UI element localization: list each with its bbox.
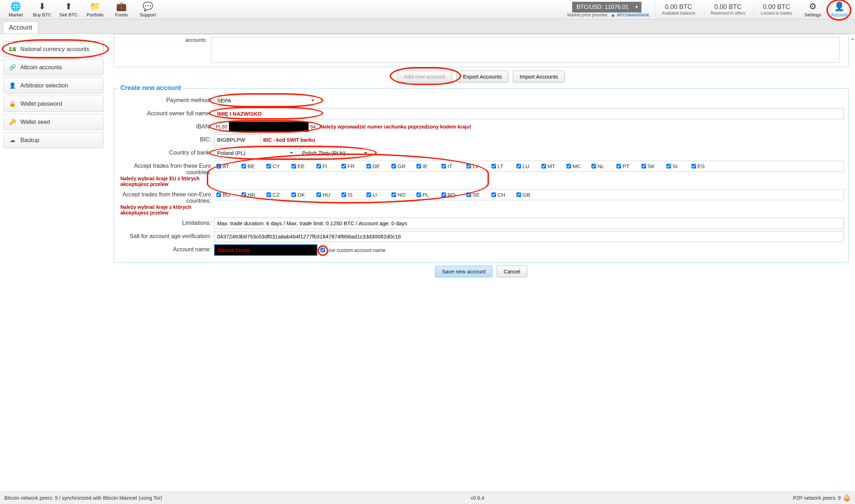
- country-checkbox-bg[interactable]: [216, 192, 221, 197]
- country-checkbox-gb[interactable]: [516, 192, 521, 197]
- country-cy[interactable]: CY: [266, 163, 289, 169]
- country-lv[interactable]: LV: [466, 163, 489, 169]
- country-checkbox-mt[interactable]: [541, 164, 546, 168]
- country-checkbox-ie[interactable]: [416, 164, 421, 168]
- sidebar-item-national-currency[interactable]: 💵 National currency accounts: [4, 41, 104, 57]
- country-lu[interactable]: LU: [516, 163, 539, 169]
- country-checkbox-mc[interactable]: [566, 164, 571, 168]
- add-new-account-button[interactable]: Add new account: [398, 71, 452, 82]
- country-code: LU: [522, 163, 529, 169]
- country-select[interactable]: Poland (PL): [214, 147, 296, 158]
- country-hu[interactable]: HU: [316, 192, 339, 198]
- country-si[interactable]: SI: [666, 163, 689, 169]
- country-is[interactable]: IS: [341, 192, 364, 198]
- country-checkbox-sk[interactable]: [641, 164, 646, 168]
- buy-btc-button[interactable]: ⬇ Buy BTC: [30, 1, 54, 17]
- country-checkbox-ro[interactable]: [441, 192, 446, 197]
- account-button[interactable]: 👤 Account: [827, 1, 851, 17]
- payment-method-select[interactable]: SEPA: [214, 95, 318, 106]
- sidebar-item-wallet-password[interactable]: 🔒 Wallet password: [4, 96, 104, 112]
- support-button[interactable]: 💬 Support: [136, 1, 160, 17]
- country-checkbox-lu[interactable]: [516, 164, 521, 168]
- sidebar-item-altcoin[interactable]: 🔗 Altcoin accounts: [4, 59, 104, 75]
- currency-select[interactable]: Polish Zloty (PLN): [299, 147, 370, 158]
- country-checkbox-pt[interactable]: [616, 164, 621, 168]
- country-checkbox-es[interactable]: [691, 164, 696, 168]
- sell-btc-button[interactable]: ⬆ Sell BTC: [56, 1, 81, 17]
- country-checkbox-cz[interactable]: [266, 192, 271, 197]
- country-pl[interactable]: PL: [416, 192, 439, 198]
- country-checkbox-se[interactable]: [466, 192, 471, 197]
- country-fi[interactable]: FI: [316, 163, 339, 169]
- country-gr[interactable]: GR: [391, 163, 414, 169]
- country-checkbox-si[interactable]: [666, 164, 671, 168]
- country-checkbox-hu[interactable]: [316, 192, 321, 197]
- country-li[interactable]: LI: [366, 192, 389, 198]
- country-checkbox-lv[interactable]: [466, 164, 471, 168]
- country-checkbox-de[interactable]: [366, 164, 371, 168]
- accounts-list[interactable]: [211, 37, 840, 63]
- country-checkbox-hr[interactable]: [241, 192, 246, 197]
- country-pt[interactable]: PT: [616, 163, 639, 169]
- country-checkbox-is[interactable]: [341, 192, 346, 197]
- save-new-account-button[interactable]: Save new account: [435, 266, 492, 277]
- country-ie[interactable]: IE: [416, 163, 439, 169]
- country-no[interactable]: NO: [391, 192, 414, 198]
- country-checkbox-pl[interactable]: [416, 192, 421, 197]
- funds-button[interactable]: 💼 Funds: [109, 1, 134, 17]
- market-price-dropdown[interactable]: BTC/USD: 11076.01: [572, 2, 641, 12]
- country-ch[interactable]: CH: [491, 192, 514, 198]
- country-checkbox-ee[interactable]: [291, 164, 296, 168]
- custom-name-checkbox[interactable]: [320, 248, 325, 252]
- country-nl[interactable]: NL: [591, 163, 614, 169]
- country-dk[interactable]: DK: [291, 192, 314, 198]
- country-se[interactable]: SE: [466, 192, 489, 198]
- country-checkbox-lt[interactable]: [491, 164, 496, 168]
- country-fr[interactable]: FR: [341, 163, 364, 169]
- portfolio-button[interactable]: 📁 Portfolio: [83, 1, 107, 17]
- scroll-up-icon[interactable]: ▴: [851, 36, 854, 41]
- country-hr[interactable]: HR: [241, 192, 264, 198]
- country-code: IE: [422, 163, 428, 169]
- country-it[interactable]: IT: [441, 163, 464, 169]
- account-name-input[interactable]: [214, 244, 318, 256]
- key-icon: 🔑: [9, 119, 16, 125]
- country-de[interactable]: DE: [366, 163, 389, 169]
- country-checkbox-be[interactable]: [241, 164, 246, 168]
- country-at[interactable]: AT: [216, 163, 239, 169]
- sidebar-item-wallet-seed[interactable]: 🔑 Wallet seed: [4, 114, 104, 130]
- owner-input[interactable]: [214, 108, 844, 119]
- import-accounts-button[interactable]: Import Accounts: [513, 71, 565, 82]
- country-checkbox-at[interactable]: [216, 164, 221, 168]
- country-checkbox-no[interactable]: [391, 192, 396, 197]
- cancel-button[interactable]: Cancel: [497, 266, 527, 277]
- country-checkbox-it[interactable]: [441, 164, 446, 168]
- country-checkbox-ch[interactable]: [491, 192, 496, 197]
- country-bg[interactable]: BG: [216, 192, 239, 198]
- country-be[interactable]: BE: [241, 163, 264, 169]
- country-checkbox-gr[interactable]: [391, 164, 396, 168]
- country-mc[interactable]: MC: [566, 163, 589, 169]
- tab-account[interactable]: Account: [3, 21, 38, 34]
- country-sk[interactable]: SK: [641, 163, 664, 169]
- country-cz[interactable]: CZ: [266, 192, 289, 198]
- country-checkbox-dk[interactable]: [291, 192, 296, 197]
- country-gb[interactable]: GB: [516, 192, 539, 198]
- account-label: Account: [831, 12, 848, 17]
- country-ee[interactable]: EE: [291, 163, 314, 169]
- sidebar-item-arbitrator[interactable]: 👤 Arbitrator selection: [4, 77, 104, 94]
- country-ro[interactable]: RO: [441, 192, 464, 198]
- country-checkbox-fr[interactable]: [341, 164, 346, 168]
- country-checkbox-li[interactable]: [366, 192, 371, 197]
- country-mt[interactable]: MT: [541, 163, 564, 169]
- market-button[interactable]: 🌐 Market: [4, 1, 28, 17]
- country-es[interactable]: ES: [691, 163, 714, 169]
- settings-button[interactable]: ⚙ Settings: [801, 1, 825, 17]
- bic-input[interactable]: [214, 134, 260, 145]
- country-checkbox-cy[interactable]: [266, 164, 271, 168]
- export-accounts-button[interactable]: Export Accounts: [456, 71, 509, 82]
- country-checkbox-fi[interactable]: [316, 164, 321, 168]
- sidebar-item-backup[interactable]: ☁ Backup: [4, 132, 104, 148]
- country-checkbox-nl[interactable]: [591, 164, 596, 168]
- country-lt[interactable]: LT: [491, 163, 514, 169]
